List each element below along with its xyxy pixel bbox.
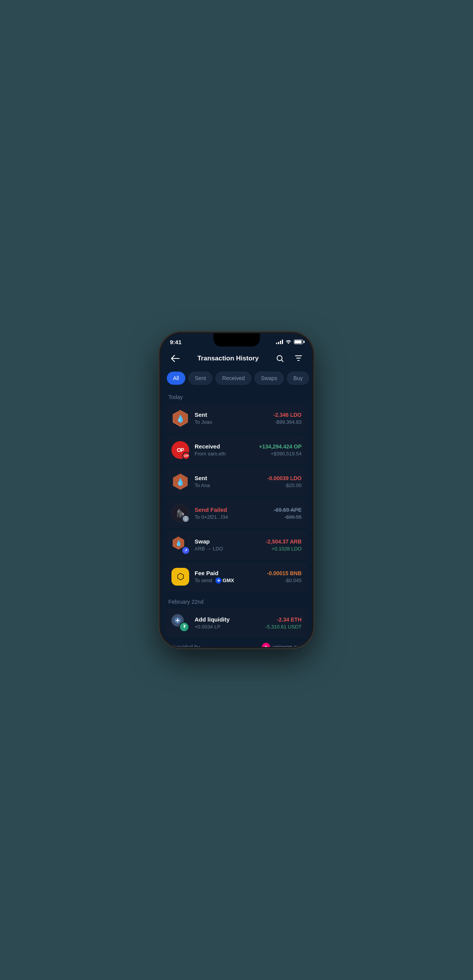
- tx-amount-primary: +134,294.424 OP: [259, 443, 302, 450]
- tx-info: Sent To Ana: [195, 475, 262, 488]
- battery-icon: [294, 340, 303, 344]
- tx-amounts: -2,504.37 ARB +0.1028 LDO: [266, 538, 302, 552]
- section-feb22-label: February 22nd: [161, 597, 312, 609]
- tab-swaps[interactable]: Swaps: [254, 372, 284, 385]
- tx-list-feb22: ₮ Add liquidity +0.0034 LP -2.34 ETH -5,…: [161, 609, 312, 640]
- tx-amount-primary: -0.00039 LDO: [267, 475, 302, 481]
- table-row[interactable]: ⬡ Fee Paid To send GMX: [165, 562, 308, 591]
- op-icon: OP OP: [171, 441, 189, 459]
- tx-amount-secondary: -$99,364.83: [273, 419, 302, 425]
- lp-icon: ₮: [171, 614, 189, 632]
- tx-subtitle: +0.0034 LP: [195, 624, 260, 630]
- section-today-label: Today: [161, 392, 312, 404]
- tx-title: Add liquidity: [195, 616, 260, 623]
- tx-amount-primary: -2.34 ETH: [265, 617, 302, 623]
- tx-amounts: -2.346 LDO -$99,364.83: [273, 412, 302, 425]
- provided-by-label: Provided by: [171, 644, 200, 647]
- tx-title: Fee Paid: [195, 570, 262, 576]
- ldo-icon: 💧: [171, 409, 189, 427]
- tx-amount-primary: -69.69 APE: [274, 507, 302, 513]
- ape-icon: 🦍 Ξ: [171, 504, 189, 522]
- wifi-icon: [285, 339, 292, 345]
- tx-list-today: 💧 Sent To Joao -2.346 LDO -$99,364.83 OP…: [161, 404, 312, 593]
- phone-screen: 9:41 Trans: [161, 333, 312, 647]
- tx-title: Sent: [195, 475, 262, 481]
- tx-title: Received: [195, 443, 254, 450]
- tx-subtitle: To 0×2f21...f34: [195, 514, 268, 520]
- svg-text:💧: 💧: [176, 414, 185, 423]
- provided-by-source-label: uniswap.org: [273, 644, 302, 647]
- tx-amount-primary: -0.00015 BNB: [267, 570, 302, 576]
- tx-amounts: -0.00039 LDO -$20.00: [267, 475, 302, 488]
- tab-buy[interactable]: Buy: [287, 372, 309, 385]
- tx-subtitle: From sam.eth: [195, 451, 254, 457]
- tx-info: Sent To Joao: [195, 411, 268, 425]
- tx-amount-secondary: +$390,519.54: [259, 451, 302, 457]
- phone-frame: 9:41 Trans: [161, 333, 312, 647]
- tx-amounts: -2.34 ETH -5,310.61 USDT: [265, 617, 302, 630]
- tx-amount-secondary: -$20.00: [267, 482, 302, 488]
- table-row[interactable]: OP OP Received From sam.eth +134,294.424…: [165, 436, 308, 464]
- tx-amount-secondary: -5,310.61 USDT: [265, 624, 302, 630]
- tab-sent[interactable]: Sent: [188, 372, 213, 385]
- svg-text:💧: 💧: [175, 540, 182, 547]
- status-right: [276, 339, 303, 345]
- table-row[interactable]: ₮ Add liquidity +0.0034 LP -2.34 ETH -5,…: [165, 609, 308, 637]
- tx-amount-secondary: -$96.55: [274, 514, 302, 520]
- uniswap-logo: 🦄: [262, 643, 270, 647]
- tx-info: Send Failed To 0×2f21...f34: [195, 506, 268, 520]
- tab-received[interactable]: Received: [215, 372, 251, 385]
- svg-text:💧: 💧: [176, 478, 185, 486]
- tx-subtitle: To Ana: [195, 482, 262, 488]
- header: Transaction History: [161, 348, 312, 372]
- tx-subtitle: To send GMX: [195, 577, 262, 584]
- tx-title-failed: Send Failed: [195, 506, 268, 513]
- notch: [214, 333, 260, 346]
- tab-all[interactable]: All: [167, 372, 185, 385]
- search-button[interactable]: [274, 352, 286, 365]
- tx-title: Swap: [195, 538, 260, 545]
- ldo-icon-2: 💧: [171, 473, 189, 491]
- tx-amounts: +134,294.424 OP +$390,519.54: [259, 443, 302, 457]
- tx-amount-secondary: -$0.045: [267, 577, 302, 583]
- tx-title: Sent: [195, 411, 268, 418]
- back-button[interactable]: [168, 352, 182, 365]
- page-title: Transaction History: [197, 355, 259, 362]
- table-row[interactable]: 💧 Sent To Joao -2.346 LDO -$99,364.83: [165, 404, 308, 433]
- bnb-icon: ⬡: [171, 568, 189, 586]
- swap-icon: 💧 ↗: [171, 536, 189, 554]
- svg-text:🦄: 🦄: [264, 645, 269, 647]
- tx-subtitle: To Joao: [195, 419, 268, 425]
- signal-icon: [276, 340, 283, 344]
- filter-button[interactable]: [292, 352, 305, 365]
- tx-subtitle: ARB → LDO: [195, 546, 260, 552]
- provided-by-row: Provided by 🦄 uniswap.org: [161, 640, 312, 647]
- tx-amount-secondary: +0.1028 LDO: [266, 546, 302, 552]
- tx-info: Fee Paid To send GMX: [195, 570, 262, 584]
- header-actions: [274, 352, 305, 365]
- tx-info: Swap ARB → LDO: [195, 538, 260, 552]
- table-row[interactable]: 🦍 Ξ Send Failed To 0×2f21...f34 -69.69 A…: [165, 499, 308, 528]
- tx-amount-primary: -2,504.37 ARB: [266, 538, 302, 545]
- tx-amounts: -69.69 APE -$96.55: [274, 507, 302, 520]
- provided-by-source[interactable]: 🦄 uniswap.org: [262, 643, 302, 647]
- tx-amount-primary: -2.346 LDO: [273, 412, 302, 418]
- tx-info: Add liquidity +0.0034 LP: [195, 616, 260, 630]
- tx-info: Received From sam.eth: [195, 443, 254, 457]
- tx-amounts: -0.00015 BNB -$0.045: [267, 570, 302, 583]
- table-row[interactable]: 💧 ↗ Swap ARB → LDO -2,504.37 ARB +0.1028…: [165, 531, 308, 559]
- status-time: 9:41: [170, 339, 181, 345]
- table-row[interactable]: 💧 Sent To Ana -0.00039 LDO -$20.00: [165, 467, 308, 496]
- gmx-icon: [215, 577, 222, 584]
- filter-tabs: All Sent Received Swaps Buy Se...: [161, 372, 312, 392]
